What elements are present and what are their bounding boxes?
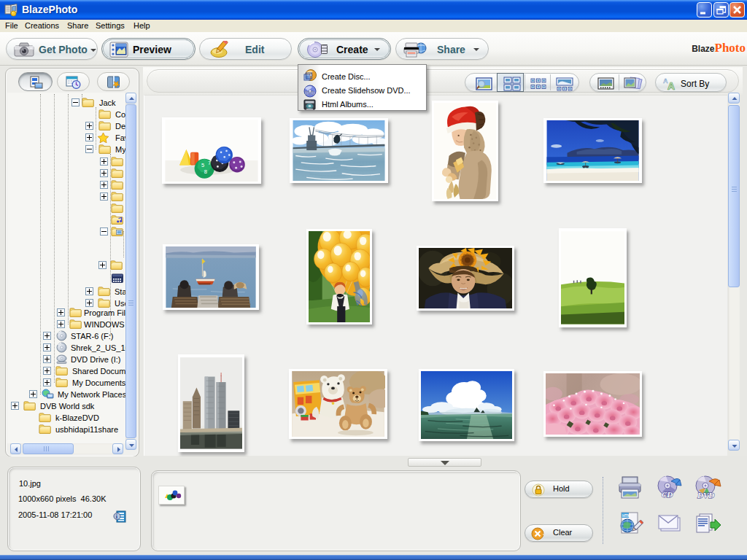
svg-text:CD: CD bbox=[662, 490, 673, 499]
svg-text:8: 8 bbox=[204, 168, 207, 175]
svg-text:DVD: DVD bbox=[305, 90, 315, 96]
svg-text:7: 7 bbox=[208, 160, 211, 166]
svg-text:A: A bbox=[667, 80, 675, 91]
svg-text:HTM: HTM bbox=[622, 513, 630, 518]
svg-text:DVD: DVD bbox=[697, 491, 714, 499]
